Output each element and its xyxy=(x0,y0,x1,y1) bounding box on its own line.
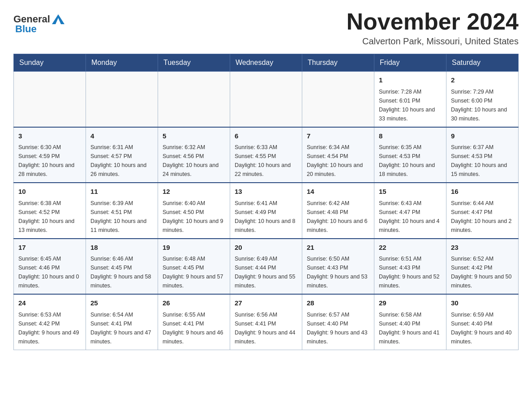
day-number: 25 xyxy=(90,298,153,308)
day-number: 23 xyxy=(451,243,514,253)
calendar-cell: 18Sunrise: 6:46 AM Sunset: 4:45 PM Dayli… xyxy=(86,239,158,295)
day-info: Sunrise: 7:29 AM Sunset: 6:00 PM Dayligh… xyxy=(451,87,514,123)
logo-blue-text: Blue xyxy=(13,23,37,35)
day-number: 8 xyxy=(379,131,442,141)
day-info: Sunrise: 6:34 AM Sunset: 4:54 PM Dayligh… xyxy=(307,143,369,179)
calendar-cell: 14Sunrise: 6:42 AM Sunset: 4:48 PM Dayli… xyxy=(302,183,374,239)
day-number: 10 xyxy=(18,187,81,197)
calendar-cell: 15Sunrise: 6:43 AM Sunset: 4:47 PM Dayli… xyxy=(374,183,446,239)
day-info: Sunrise: 7:28 AM Sunset: 6:01 PM Dayligh… xyxy=(379,87,442,123)
day-info: Sunrise: 6:37 AM Sunset: 4:53 PM Dayligh… xyxy=(451,143,514,179)
calendar-header-tuesday: Tuesday xyxy=(158,54,230,72)
day-info: Sunrise: 6:33 AM Sunset: 4:55 PM Dayligh… xyxy=(235,143,297,179)
day-info: Sunrise: 6:39 AM Sunset: 4:51 PM Dayligh… xyxy=(90,199,153,235)
day-number: 6 xyxy=(235,131,297,141)
day-info: Sunrise: 6:46 AM Sunset: 4:45 PM Dayligh… xyxy=(90,254,153,290)
calendar-cell: 30Sunrise: 6:59 AM Sunset: 4:40 PM Dayli… xyxy=(446,294,519,350)
day-number: 26 xyxy=(163,298,225,308)
day-info: Sunrise: 6:58 AM Sunset: 4:40 PM Dayligh… xyxy=(379,310,442,346)
day-number: 28 xyxy=(307,298,369,308)
day-info: Sunrise: 6:44 AM Sunset: 4:47 PM Dayligh… xyxy=(451,199,514,235)
day-info: Sunrise: 6:40 AM Sunset: 4:50 PM Dayligh… xyxy=(163,199,225,235)
calendar-cell: 29Sunrise: 6:58 AM Sunset: 4:40 PM Dayli… xyxy=(374,294,446,350)
calendar-header-thursday: Thursday xyxy=(302,54,374,72)
calendar-header-row: SundayMondayTuesdayWednesdayThursdayFrid… xyxy=(14,54,519,72)
page-title: November 2024 xyxy=(347,9,519,34)
day-info: Sunrise: 6:52 AM Sunset: 4:42 PM Dayligh… xyxy=(451,254,514,290)
day-number: 13 xyxy=(235,187,297,197)
day-number: 2 xyxy=(451,75,514,86)
calendar-week-5: 24Sunrise: 6:53 AM Sunset: 4:42 PM Dayli… xyxy=(14,294,519,350)
calendar-cell: 9Sunrise: 6:37 AM Sunset: 4:53 PM Daylig… xyxy=(446,127,519,183)
subtitle: Calverton Park, Missouri, United States xyxy=(347,36,519,47)
calendar-cell: 22Sunrise: 6:51 AM Sunset: 4:43 PM Dayli… xyxy=(374,239,446,295)
calendar-cell xyxy=(230,72,302,127)
calendar-cell xyxy=(86,72,158,127)
calendar-cell: 4Sunrise: 6:31 AM Sunset: 4:57 PM Daylig… xyxy=(86,127,158,183)
calendar-cell xyxy=(158,72,230,127)
calendar-cell: 27Sunrise: 6:56 AM Sunset: 4:41 PM Dayli… xyxy=(230,294,302,350)
calendar-cell: 26Sunrise: 6:55 AM Sunset: 4:41 PM Dayli… xyxy=(158,294,230,350)
calendar-cell: 28Sunrise: 6:57 AM Sunset: 4:40 PM Dayli… xyxy=(302,294,374,350)
day-number: 30 xyxy=(451,298,514,308)
calendar-cell: 11Sunrise: 6:39 AM Sunset: 4:51 PM Dayli… xyxy=(86,183,158,239)
calendar-cell xyxy=(14,72,86,127)
calendar-cell: 10Sunrise: 6:38 AM Sunset: 4:52 PM Dayli… xyxy=(14,183,86,239)
day-info: Sunrise: 6:53 AM Sunset: 4:42 PM Dayligh… xyxy=(18,310,81,346)
day-info: Sunrise: 6:41 AM Sunset: 4:49 PM Dayligh… xyxy=(235,199,297,235)
calendar-cell: 2Sunrise: 7:29 AM Sunset: 6:00 PM Daylig… xyxy=(446,72,519,127)
calendar-cell: 21Sunrise: 6:50 AM Sunset: 4:43 PM Dayli… xyxy=(302,239,374,295)
day-info: Sunrise: 6:35 AM Sunset: 4:53 PM Dayligh… xyxy=(379,143,442,179)
calendar-cell: 1Sunrise: 7:28 AM Sunset: 6:01 PM Daylig… xyxy=(374,72,446,127)
day-info: Sunrise: 6:38 AM Sunset: 4:52 PM Dayligh… xyxy=(18,199,81,235)
calendar: SundayMondayTuesdayWednesdayThursdayFrid… xyxy=(13,54,519,350)
day-number: 24 xyxy=(18,298,81,308)
calendar-cell: 5Sunrise: 6:32 AM Sunset: 4:56 PM Daylig… xyxy=(158,127,230,183)
day-number: 4 xyxy=(90,131,153,141)
calendar-week-4: 17Sunrise: 6:45 AM Sunset: 4:46 PM Dayli… xyxy=(14,239,519,295)
day-number: 19 xyxy=(163,243,225,253)
day-number: 29 xyxy=(379,298,442,308)
calendar-cell: 12Sunrise: 6:40 AM Sunset: 4:50 PM Dayli… xyxy=(158,183,230,239)
logo: General Blue xyxy=(13,9,64,35)
day-number: 16 xyxy=(451,187,514,197)
day-info: Sunrise: 6:43 AM Sunset: 4:47 PM Dayligh… xyxy=(379,199,442,235)
calendar-header-wednesday: Wednesday xyxy=(230,54,302,72)
day-number: 11 xyxy=(90,187,153,197)
calendar-cell xyxy=(302,72,374,127)
calendar-header-sunday: Sunday xyxy=(14,54,86,72)
calendar-week-1: 1Sunrise: 7:28 AM Sunset: 6:01 PM Daylig… xyxy=(14,72,519,127)
day-number: 9 xyxy=(451,131,514,141)
day-number: 1 xyxy=(379,75,442,86)
day-number: 22 xyxy=(379,243,442,253)
calendar-cell: 20Sunrise: 6:49 AM Sunset: 4:44 PM Dayli… xyxy=(230,239,302,295)
header: General Blue November 2024 Calverton Par… xyxy=(13,9,519,47)
calendar-cell: 24Sunrise: 6:53 AM Sunset: 4:42 PM Dayli… xyxy=(14,294,86,350)
day-number: 27 xyxy=(235,298,297,308)
day-info: Sunrise: 6:55 AM Sunset: 4:41 PM Dayligh… xyxy=(163,310,225,346)
day-info: Sunrise: 6:48 AM Sunset: 4:45 PM Dayligh… xyxy=(163,254,225,290)
day-number: 12 xyxy=(163,187,225,197)
calendar-cell: 19Sunrise: 6:48 AM Sunset: 4:45 PM Dayli… xyxy=(158,239,230,295)
title-area: November 2024 Calverton Park, Missouri, … xyxy=(347,9,519,47)
day-number: 18 xyxy=(90,243,153,253)
day-info: Sunrise: 6:31 AM Sunset: 4:57 PM Dayligh… xyxy=(90,143,153,179)
day-info: Sunrise: 6:59 AM Sunset: 4:40 PM Dayligh… xyxy=(451,310,514,346)
day-info: Sunrise: 6:49 AM Sunset: 4:44 PM Dayligh… xyxy=(235,254,297,290)
calendar-cell: 3Sunrise: 6:30 AM Sunset: 4:59 PM Daylig… xyxy=(14,127,86,183)
day-number: 21 xyxy=(307,243,369,253)
calendar-cell: 23Sunrise: 6:52 AM Sunset: 4:42 PM Dayli… xyxy=(446,239,519,295)
day-number: 7 xyxy=(307,131,369,141)
calendar-cell: 6Sunrise: 6:33 AM Sunset: 4:55 PM Daylig… xyxy=(230,127,302,183)
day-info: Sunrise: 6:50 AM Sunset: 4:43 PM Dayligh… xyxy=(307,254,369,290)
calendar-header-friday: Friday xyxy=(374,54,446,72)
day-info: Sunrise: 6:54 AM Sunset: 4:41 PM Dayligh… xyxy=(90,310,153,346)
calendar-cell: 13Sunrise: 6:41 AM Sunset: 4:49 PM Dayli… xyxy=(230,183,302,239)
day-number: 15 xyxy=(379,187,442,197)
day-number: 3 xyxy=(18,131,81,141)
calendar-cell: 25Sunrise: 6:54 AM Sunset: 4:41 PM Dayli… xyxy=(86,294,158,350)
calendar-cell: 17Sunrise: 6:45 AM Sunset: 4:46 PM Dayli… xyxy=(14,239,86,295)
day-number: 14 xyxy=(307,187,369,197)
day-number: 5 xyxy=(163,131,225,141)
calendar-header-saturday: Saturday xyxy=(446,54,519,72)
